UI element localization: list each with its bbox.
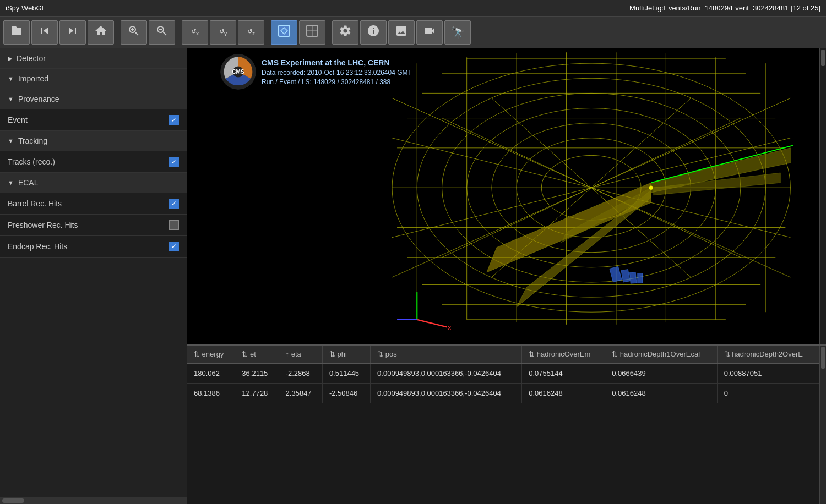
view3d-icon (276, 23, 292, 41)
col-pos-label: ⇅ pos (377, 350, 397, 358)
viz-area[interactable]: CMS CMS Experiment at the LHC, CERN Data… (187, 48, 826, 344)
event-checkbox[interactable] (169, 115, 179, 125)
binoculars-icon: 🔭 (451, 26, 465, 39)
table-row: 68.138612.77282.35847-2.508460.000949893… (187, 384, 819, 403)
svg-text:x: x (448, 324, 451, 331)
barrel-rec-hits-label: Barrel Rec. Hits (8, 199, 169, 208)
right-col: CMS CMS Experiment at the LHC, CERN Data… (187, 48, 826, 504)
col-sort-et[interactable]: ⇅ et (235, 346, 279, 363)
col-eta-label: ↑ eta (286, 350, 301, 358)
home-btn[interactable] (88, 20, 114, 45)
col-et-label: ⇅ et (242, 350, 256, 358)
col-sort-hadronicOverEm[interactable]: ⇅ hadronicOverEm (522, 346, 605, 363)
tracks-reco-label: Tracks (reco.) (8, 157, 169, 166)
cell-phi: -2.50846 (322, 384, 370, 403)
cell-pos: 0.000949893,0.000163366,-0.0426404 (371, 363, 522, 384)
sidebar-item-tracks-reco: Tracks (reco.) (0, 151, 187, 173)
first-event-icon (38, 24, 51, 40)
endcap-rec-hits-label: Endcap Rec. Hits (8, 242, 169, 251)
rotate-x-btn[interactable]: ↺x (182, 20, 208, 45)
sidebar-item-imported[interactable]: ▼ Imported (0, 69, 187, 89)
data-table: ⇅ energy ⇅ et ↑ eta ⇅ phi (187, 346, 819, 403)
chevron-down-ecal-icon: ▼ (8, 179, 14, 186)
next-event-icon (66, 24, 79, 40)
sidebar-item-detector[interactable]: ▶ Detector (0, 48, 187, 69)
rotate-z-btn[interactable]: ↺z (238, 20, 264, 45)
event-title: MultiJet.ig:Events/Run_148029/Event_3024… (629, 4, 820, 12)
cell-eta: -2.2868 (279, 363, 322, 384)
rotate-y-btn[interactable]: ↺y (210, 20, 236, 45)
first-event-btn[interactable] (31, 20, 58, 45)
tracks-reco-checkbox[interactable] (169, 157, 179, 167)
cell-eta: 2.35847 (279, 384, 322, 403)
table-header-row: ⇅ energy ⇅ et ↑ eta ⇅ phi (187, 346, 819, 363)
cms-text: CMS Experiment at the LHC, CERN Data rec… (262, 58, 412, 86)
zoom-in-icon (127, 24, 140, 40)
endcap-rec-hits-checkbox[interactable] (169, 242, 179, 251)
tracking-label: Tracking (18, 136, 179, 145)
cell-hadronicDepth2OverE: 0.00887051 (717, 363, 819, 384)
col-energy-label: ⇅ energy (194, 350, 224, 358)
event-label: Event (8, 116, 169, 124)
col-sort-hadronicDepth2OverE[interactable]: ⇅ hadronicDepth2OverE (717, 346, 819, 363)
col-sort-phi[interactable]: ⇅ phi (322, 346, 370, 363)
info-btn[interactable] (360, 20, 387, 45)
cms-logo: CMS (220, 54, 256, 90)
sidebar-item-event: Event (0, 109, 187, 131)
cell-energy: 68.1386 (187, 384, 235, 403)
sidebar-hscroll[interactable] (0, 497, 187, 504)
open-file-btn[interactable] (3, 20, 30, 45)
cell-pos: 0.000949893,0.000163366,-0.0426404 (371, 384, 522, 403)
zoom-out-icon (155, 24, 169, 40)
provenance-label: Provenance (18, 95, 179, 103)
col-sort-pos[interactable]: ⇅ pos (371, 346, 522, 363)
col-sort-energy[interactable]: ⇅ energy (187, 346, 235, 363)
ecal-label: ECAL (18, 178, 179, 187)
table-area: ⇅ energy ⇅ et ↑ eta ⇅ phi (187, 344, 826, 504)
middle-row: ▶ Detector ▼ Imported ▼ Provenance Event (0, 48, 826, 504)
sidebar-item-endcap-rec-hits: Endcap Rec. Hits (0, 236, 187, 258)
cell-hadronicOverEm: 0.0755144 (522, 363, 605, 384)
next-event-btn[interactable] (59, 20, 86, 45)
chevron-down-tracking-icon: ▼ (8, 138, 14, 144)
sidebar-item-ecal[interactable]: ▼ ECAL (0, 173, 187, 193)
video-btn[interactable] (416, 20, 443, 45)
image-icon (395, 24, 408, 40)
col-sort-hadronicDepth1OverEcal[interactable]: ⇅ hadronicDepth1OverEcal (605, 346, 718, 363)
zoom-in-btn[interactable] (121, 20, 147, 45)
cell-hadronicDepth1OverEcal: 0.0616248 (605, 384, 718, 403)
imported-label: Imported (18, 74, 179, 83)
zoom-out-btn[interactable] (149, 20, 175, 45)
viz-scrollbar[interactable] (819, 48, 826, 344)
binoculars-btn[interactable]: 🔭 (444, 20, 471, 45)
image-btn[interactable] (388, 20, 415, 45)
rotate-x-icon: ↺x (191, 28, 199, 36)
col-sort-eta[interactable]: ↑ eta (279, 346, 322, 363)
gear-icon (339, 24, 352, 40)
cell-hadronicDepth2OverE: 0 (717, 384, 819, 403)
cms-data-recorded: Data recorded: 2010-Oct-16 23:12:33.0264… (262, 69, 412, 76)
view3d-btn[interactable] (271, 20, 297, 45)
titlebar: iSpy WebGL MultiJet.ig:Events/Run_148029… (0, 0, 826, 17)
col-phi-label: ⇅ phi (329, 350, 347, 358)
sidebar-item-provenance[interactable]: ▼ Provenance (0, 89, 187, 109)
sidebar-item-tracking[interactable]: ▼ Tracking (0, 131, 187, 151)
cell-et: 12.7728 (235, 384, 279, 403)
preshower-rec-hits-checkbox[interactable] (169, 220, 179, 230)
info-icon (367, 24, 380, 40)
cms-title: CMS Experiment at the LHC, CERN (262, 58, 412, 67)
settings-btn[interactable] (332, 20, 358, 45)
table-row: 180.06236.2115-2.28680.5114450.000949893… (187, 363, 819, 384)
cell-et: 36.2115 (235, 363, 279, 384)
table-scrollbar[interactable] (819, 346, 826, 504)
chevron-right-icon: ▶ (8, 55, 12, 62)
rotate-y-icon: ↺y (219, 28, 227, 36)
cms-info-overlay: CMS CMS Experiment at the LHC, CERN Data… (220, 54, 412, 90)
data-table-wrap[interactable]: ⇅ energy ⇅ et ↑ eta ⇅ phi (187, 346, 819, 504)
view2d-btn[interactable] (299, 20, 325, 45)
col-hadronicDepth1OverEcal-label: ⇅ hadronicDepth1OverEcal (612, 350, 700, 358)
rotate-z-icon: ↺z (247, 28, 255, 36)
video-icon (423, 24, 436, 40)
sidebar-item-preshower-rec-hits: Preshower Rec. Hits (0, 215, 187, 236)
barrel-rec-hits-checkbox[interactable] (169, 199, 179, 209)
